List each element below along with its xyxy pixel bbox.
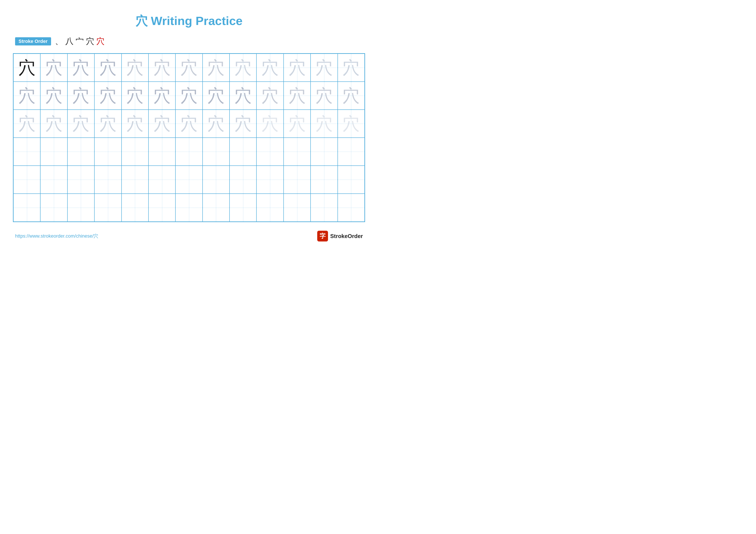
stroke-char-5: 穴 bbox=[96, 36, 104, 47]
grid-cell[interactable]: 穴 bbox=[68, 110, 94, 138]
footer-logo: 字 StrokeOrder bbox=[317, 231, 363, 242]
stroke-char-3: 宀 bbox=[76, 36, 84, 47]
grid-cell[interactable] bbox=[202, 165, 230, 194]
grid-cell[interactable] bbox=[148, 138, 176, 165]
grid-cell[interactable]: 穴 bbox=[338, 110, 364, 138]
grid-cell[interactable] bbox=[40, 194, 67, 222]
grid-cell[interactable]: 穴 bbox=[148, 54, 176, 82]
grid-cell[interactable] bbox=[14, 194, 40, 222]
grid-cell[interactable]: 穴 bbox=[176, 82, 202, 110]
grid-cell[interactable] bbox=[338, 194, 364, 222]
grid-cell[interactable]: 穴 bbox=[338, 82, 364, 110]
grid-cell[interactable] bbox=[122, 138, 148, 165]
grid-cell[interactable]: 穴 bbox=[230, 54, 256, 82]
grid-cell[interactable]: 穴 bbox=[40, 82, 67, 110]
grid-cell[interactable] bbox=[176, 138, 202, 165]
page-title: 穴 Writing Practice bbox=[13, 13, 365, 29]
grid-cell[interactable]: 穴 bbox=[14, 82, 40, 110]
grid-cell[interactable]: 穴 bbox=[256, 82, 284, 110]
grid-cell[interactable]: 穴 bbox=[148, 82, 176, 110]
footer-url: https://www.strokeorder.com/chinese/穴 bbox=[15, 233, 98, 239]
grid-cell[interactable] bbox=[284, 165, 310, 194]
stroke-char-4: 穴 bbox=[86, 36, 94, 47]
grid-cell[interactable] bbox=[176, 165, 202, 194]
grid-cell[interactable] bbox=[14, 165, 40, 194]
grid-cell[interactable]: 穴 bbox=[202, 82, 230, 110]
grid-cell[interactable] bbox=[122, 194, 148, 222]
grid-cell[interactable] bbox=[230, 194, 256, 222]
grid-cell[interactable] bbox=[176, 194, 202, 222]
grid-cell[interactable]: 穴 bbox=[94, 54, 121, 82]
grid-cell[interactable] bbox=[338, 165, 364, 194]
grid-cell[interactable] bbox=[94, 138, 121, 165]
grid-cell[interactable]: 穴 bbox=[256, 110, 284, 138]
logo-text: StrokeOrder bbox=[330, 233, 363, 240]
grid-cell[interactable] bbox=[148, 194, 176, 222]
grid-cell[interactable]: 穴 bbox=[256, 54, 284, 82]
grid-cell[interactable] bbox=[14, 138, 40, 165]
grid-cell[interactable]: 穴 bbox=[284, 54, 310, 82]
grid-cell[interactable] bbox=[310, 194, 338, 222]
grid-cell[interactable]: 穴 bbox=[338, 54, 364, 82]
grid-cell[interactable]: 穴 bbox=[176, 54, 202, 82]
grid-cell[interactable]: 穴 bbox=[202, 110, 230, 138]
practice-grid: 穴穴穴穴穴穴穴穴穴穴穴穴穴穴穴穴穴穴穴穴穴穴穴穴穴穴穴穴穴穴穴穴穴穴穴穴穴穴穴 bbox=[13, 53, 365, 222]
grid-cell[interactable]: 穴 bbox=[310, 82, 338, 110]
grid-cell[interactable] bbox=[202, 194, 230, 222]
grid-cell[interactable] bbox=[284, 194, 310, 222]
stroke-char-1: 、 bbox=[55, 36, 63, 47]
grid-cell[interactable]: 穴 bbox=[176, 110, 202, 138]
grid-cell[interactable]: 穴 bbox=[310, 54, 338, 82]
grid-cell[interactable] bbox=[230, 165, 256, 194]
grid-cell[interactable] bbox=[40, 165, 67, 194]
grid-cell[interactable] bbox=[284, 138, 310, 165]
grid-cell[interactable] bbox=[68, 138, 94, 165]
grid-cell[interactable]: 穴 bbox=[122, 110, 148, 138]
grid-cell[interactable] bbox=[310, 138, 338, 165]
grid-cell[interactable]: 穴 bbox=[202, 54, 230, 82]
grid-cell[interactable] bbox=[256, 165, 284, 194]
grid-cell[interactable]: 穴 bbox=[148, 110, 176, 138]
grid-cell[interactable] bbox=[148, 165, 176, 194]
grid-cell[interactable] bbox=[310, 165, 338, 194]
stroke-char-2: 八 bbox=[65, 36, 73, 47]
grid-cell[interactable]: 穴 bbox=[40, 110, 67, 138]
stroke-order-badge: Stroke Order bbox=[15, 37, 51, 45]
grid-cell[interactable]: 穴 bbox=[68, 82, 94, 110]
grid-cell[interactable]: 穴 bbox=[122, 54, 148, 82]
stroke-order-row: Stroke Order 、 八 宀 穴 穴 bbox=[15, 36, 365, 47]
grid-cell[interactable] bbox=[230, 138, 256, 165]
footer: https://www.strokeorder.com/chinese/穴 字 … bbox=[13, 231, 365, 242]
grid-cell[interactable] bbox=[202, 138, 230, 165]
grid-cell[interactable] bbox=[122, 165, 148, 194]
grid-cell[interactable]: 穴 bbox=[230, 82, 256, 110]
grid-cell[interactable] bbox=[256, 194, 284, 222]
grid-cell[interactable]: 穴 bbox=[284, 110, 310, 138]
grid-cell[interactable]: 穴 bbox=[14, 54, 40, 82]
grid-cell[interactable] bbox=[68, 194, 94, 222]
grid-cell[interactable]: 穴 bbox=[68, 54, 94, 82]
grid-cell[interactable]: 穴 bbox=[230, 110, 256, 138]
grid-cell[interactable]: 穴 bbox=[94, 82, 121, 110]
grid-cell[interactable]: 穴 bbox=[94, 110, 121, 138]
grid-cell[interactable]: 穴 bbox=[310, 110, 338, 138]
grid-cell[interactable]: 穴 bbox=[14, 110, 40, 138]
grid-cell[interactable] bbox=[256, 138, 284, 165]
grid-cell[interactable]: 穴 bbox=[284, 82, 310, 110]
grid-cell[interactable]: 穴 bbox=[122, 82, 148, 110]
grid-cell[interactable] bbox=[94, 194, 121, 222]
grid-cell[interactable]: 穴 bbox=[40, 54, 67, 82]
grid-cell[interactable] bbox=[68, 165, 94, 194]
stroke-chars: 、 八 宀 穴 穴 bbox=[55, 36, 104, 47]
grid-cell[interactable] bbox=[338, 138, 364, 165]
logo-icon: 字 bbox=[317, 231, 328, 242]
grid-cell[interactable] bbox=[94, 165, 121, 194]
grid-cell[interactable] bbox=[40, 138, 67, 165]
